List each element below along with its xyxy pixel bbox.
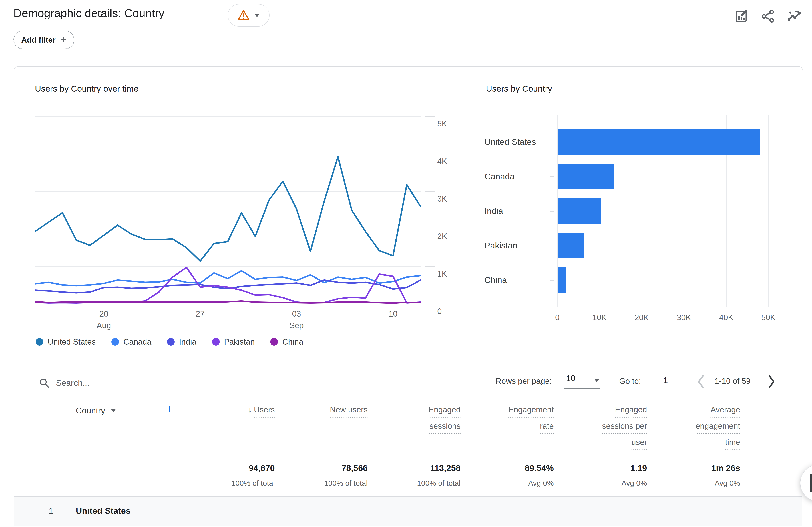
column-header[interactable]: Engagementrate (468, 404, 554, 437)
column-header-line: sessions per (562, 421, 647, 434)
bar-chart-title: Users by Country (486, 84, 552, 94)
add-column-button[interactable]: + (166, 402, 173, 416)
legend-dot (35, 338, 43, 346)
x-axis-month-label: Aug (87, 321, 120, 330)
line-chart-y-labels: 5K4K3K2K1K0 (425, 116, 462, 316)
y-axis-label: 5K (437, 119, 447, 128)
data-quality-badge[interactable] (228, 4, 270, 27)
x-axis-label: 03 (280, 309, 313, 318)
legend-item: Pakistan (212, 337, 255, 346)
line-series-united-states (35, 157, 421, 261)
column-header-text: sessions per (602, 421, 647, 434)
column-header-line: rate (468, 421, 554, 434)
column-header-text: Engaged (615, 404, 647, 418)
bar-united-states (558, 129, 760, 155)
dimension-selector-country[interactable]: Country (76, 406, 116, 416)
search-input[interactable] (56, 375, 366, 391)
legend-dot (111, 338, 119, 346)
share-icon[interactable] (762, 10, 774, 22)
bar-china (558, 267, 566, 293)
chevron-down-icon (594, 379, 599, 382)
column-header-line: Average (655, 404, 740, 418)
legend-label: Canada (123, 337, 151, 346)
bar-pakistan (558, 232, 584, 258)
y-axis-label: 1K (437, 269, 447, 278)
column-header[interactable]: Engagedsessions (375, 404, 461, 437)
column-header-line: user (562, 437, 647, 450)
y-axis-label: 0 (437, 307, 441, 316)
column-header-text: New users (330, 404, 368, 418)
report-actions (735, 10, 801, 22)
legend-item: United States (35, 337, 96, 346)
bar-chart (557, 115, 770, 307)
edit-chart-icon[interactable] (735, 10, 748, 22)
line-chart-legend: United StatesCanadaIndiaPakistanChina (35, 337, 319, 346)
plus-icon: + (61, 34, 67, 44)
demographic-details-page: Demographic details: Country (0, 0, 812, 527)
row-country: United States (76, 496, 130, 525)
column-header-line: New users (282, 404, 368, 418)
y-axis-label: 4K (437, 157, 447, 166)
legend-item: India (167, 337, 196, 346)
insights-icon[interactable] (788, 10, 801, 22)
sort-descending-icon: ↓ (248, 405, 252, 414)
column-header-text: Average (710, 404, 740, 418)
legend-label: China (282, 337, 303, 346)
chevron-down-icon (111, 409, 116, 412)
column-header-text: Users (254, 404, 275, 418)
go-to-input[interactable] (651, 372, 680, 389)
page-title: Demographic details: Country (13, 6, 164, 20)
y-axis-label: 3K (437, 194, 447, 204)
rows-per-page-value: 10 (566, 373, 575, 383)
add-filter-label: Add filter (21, 35, 56, 44)
column-header-text: sessions (430, 421, 461, 434)
legend-dot (167, 338, 175, 346)
warning-triangle-icon (237, 10, 249, 21)
legend-dot (212, 338, 220, 346)
column-header-line: engagement (655, 421, 740, 434)
y-axis-label: 2K (437, 232, 447, 241)
rows-per-page-label: Rows per page: (496, 377, 552, 386)
x-axis-label: 27 (184, 309, 217, 318)
x-axis-label: 20 (87, 309, 120, 318)
x-axis-label: 10 (377, 309, 409, 318)
column-header-line: sessions (375, 421, 461, 434)
line-series-canada (35, 271, 421, 286)
line-chart (35, 116, 421, 304)
column-header-line: Engaged (375, 404, 461, 418)
add-filter-button[interactable]: Add filter + (13, 31, 74, 49)
legend-item: Canada (111, 337, 151, 346)
pagination-range: 1-10 of 59 (714, 377, 751, 386)
column-header-text: rate (540, 421, 554, 434)
legend-label: Pakistan (224, 337, 255, 346)
column-header[interactable]: Averageengagementtime (655, 404, 740, 453)
next-page-icon[interactable] (767, 374, 776, 389)
column-header-line: ↓Users (189, 404, 275, 418)
column-header-text: time (725, 437, 740, 450)
previous-page-icon[interactable] (696, 374, 706, 389)
legend-item: China (270, 337, 303, 346)
chevron-down-icon (254, 14, 260, 17)
line-series-china (35, 301, 421, 303)
chevron-right-icon (810, 473, 812, 493)
column-header-line: Engagement (468, 404, 554, 418)
bar-india (558, 198, 601, 224)
column-header-line: time (655, 437, 740, 450)
bar-gridline (768, 115, 769, 307)
x-axis-month-label: Sep (280, 321, 313, 330)
column-header[interactable]: Engagedsessions peruser (562, 404, 647, 453)
legend-label: India (179, 337, 196, 346)
line-chart-x-labels: 20Aug2703Sep10 (35, 309, 421, 335)
table-top-divider (14, 397, 802, 397)
column-header[interactable]: ↓Users (189, 404, 275, 421)
go-to-label: Go to: (619, 377, 641, 386)
rows-per-page-select[interactable]: 10 (564, 372, 600, 389)
legend-label: United States (48, 337, 96, 346)
column-header-text: engagement (696, 421, 740, 434)
column-header-text: Engagement (508, 404, 554, 418)
column-header[interactable]: New users (282, 404, 368, 421)
bar-canada (558, 164, 614, 189)
column-header-text: Engaged (429, 404, 461, 418)
line-series-india (35, 280, 421, 293)
table-row[interactable] (14, 496, 802, 526)
